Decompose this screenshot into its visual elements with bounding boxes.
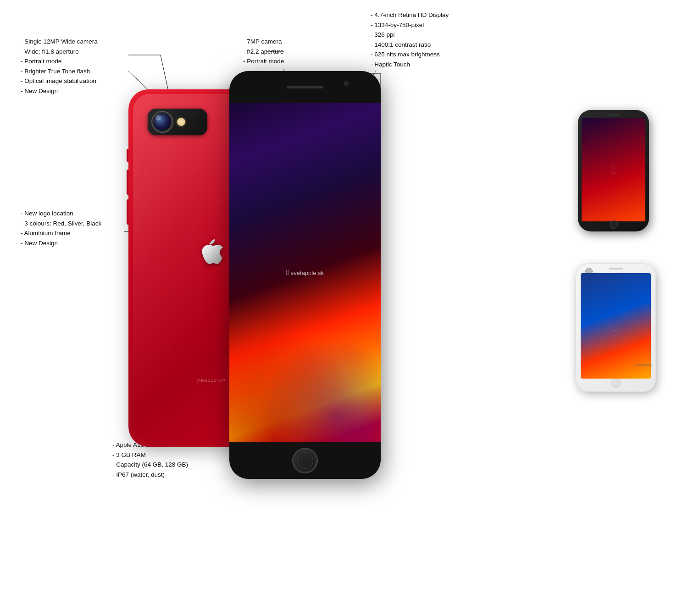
product-text: (PRODUCT)™ <box>197 379 226 383</box>
screen-display:  svetapple.sk <box>229 103 381 442</box>
watermark-text: svetapple.sk <box>291 270 324 276</box>
back-camera-module <box>148 109 207 135</box>
thumb-white-watermark: svetapple.sk <box>634 363 652 366</box>
display-line5: - 625 nits max brightness <box>371 50 449 60</box>
apple-logo-back <box>195 236 227 268</box>
display-line6: - Haptic Touch <box>371 60 449 70</box>
thumb-black-speaker <box>607 114 620 116</box>
back-camera-line5: - Optical image stabilization <box>21 76 98 86</box>
logo-line2: - 3 colours: Red, Silver, Black <box>21 219 101 229</box>
back-camera-line2: - Wide: f/1.8 aperture <box>21 47 98 57</box>
logo-line1: - New logo location <box>21 209 101 219</box>
back-camera-line6: - New Design <box>21 86 98 96</box>
thumb-white-home <box>611 379 621 388</box>
back-camera-line1: - Single 12MP Wide camera <box>21 37 98 47</box>
thumb-white-body:  svetapple.sk <box>576 264 656 392</box>
speaker-grille <box>287 86 323 88</box>
logo-line4: - New Design <box>21 238 101 248</box>
thumb-white-speaker <box>609 268 623 270</box>
front-camera-dot <box>344 81 349 86</box>
back-camera-line4: - Brighter True Tone flash <box>21 66 98 77</box>
chip-line3: - Capacity (64 GB, 128 GB) <box>112 460 188 470</box>
front-camera-line3: - Portrait mode <box>243 56 284 66</box>
thumb-white-apple-logo:  <box>613 319 618 334</box>
thumbnail-black:  <box>578 110 658 238</box>
display-line3: - 326 ppi <box>371 30 449 40</box>
front-camera-annotation: - 7MP camera - f/2.2 aperture - Portrait… <box>243 37 284 66</box>
thumbnail-white:  svetapple.sk <box>576 264 667 396</box>
front-camera-line2: - f/2.2 aperture <box>243 47 284 57</box>
back-camera-lens <box>152 112 172 132</box>
logo-annotation: - New logo location - 3 colours: Red, Si… <box>21 209 101 248</box>
display-annotation: - 4.7-inch Retina HD Display - 1334-by-7… <box>371 10 449 70</box>
display-line1: - 4.7-inch Retina HD Display <box>371 10 449 20</box>
home-button-inner <box>297 452 313 469</box>
main-content: - Single 12MP Wide camera - Wide: f/1.8 … <box>0 0 688 616</box>
front-camera-line1: - 7MP camera <box>243 37 284 47</box>
home-button[interactable] <box>293 449 317 473</box>
volume-down-button <box>127 199 128 225</box>
watermark-apple-icon:  <box>286 269 289 277</box>
volume-up-button <box>127 170 128 195</box>
front-top-bezel <box>229 71 381 103</box>
back-flash <box>177 118 185 126</box>
chip-line2: - 3 GB RAM <box>112 450 188 460</box>
display-line4: - 1400:1 contrast ratio <box>371 40 449 50</box>
back-camera-line3: - Portrait mode <box>21 56 98 66</box>
thumb-black-body:  <box>578 110 649 231</box>
display-line2: - 1334-by-750-pixel <box>371 20 449 30</box>
thumbnail-divider <box>587 257 660 257</box>
logo-line3: - Aluminium frame <box>21 228 101 238</box>
front-bottom-bezel <box>229 442 381 479</box>
mute-switch <box>127 149 128 162</box>
phone-front:  svetapple.sk <box>229 71 381 479</box>
thumb-black-apple-logo:  <box>611 162 616 176</box>
watermark:  svetapple.sk <box>286 269 324 277</box>
back-camera-annotation: - Single 12MP Wide camera - Wide: f/1.8 … <box>21 37 98 96</box>
thumb-black-home <box>610 220 618 229</box>
chip-line4: - IP67 (water, dust) <box>112 470 188 480</box>
